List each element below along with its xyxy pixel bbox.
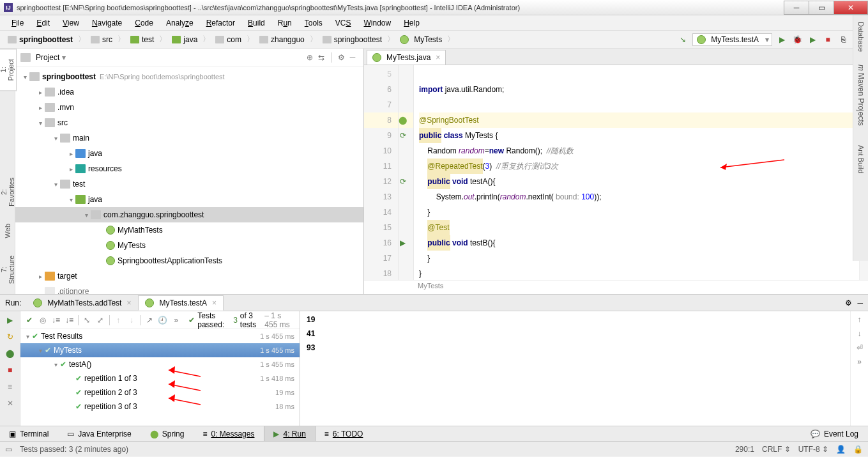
caret-position[interactable]: 290:1 (735, 445, 754, 454)
close-icon[interactable]: × (212, 298, 217, 307)
test-row-testa[interactable]: ▾✔testA()1 s 455 ms (20, 357, 300, 371)
hide-icon[interactable]: ─ (857, 298, 863, 307)
editor-body[interactable]: 5 67 8 9101112131415161718 ⬤ ⟳ ⟳ ▶ impor… (364, 65, 868, 280)
tree-resources[interactable]: ▸resources (15, 161, 363, 176)
up-icon[interactable]: ↑ (858, 315, 862, 324)
close-icon[interactable]: ✕ (4, 397, 17, 410)
tree-main[interactable]: ▾main (15, 130, 363, 146)
tree-src[interactable]: ▾src (15, 115, 363, 130)
close-icon[interactable]: × (436, 53, 440, 62)
hide-icon[interactable]: ─ (347, 52, 358, 63)
seg-todo[interactable]: ≡6: TODO (316, 426, 373, 441)
menu-run[interactable]: Run (273, 17, 297, 29)
test-row-rep3[interactable]: ✔repetition 3 of 318 ms (20, 399, 300, 414)
sort-icon[interactable]: ↓≡ (51, 314, 61, 327)
inspect-icon[interactable]: 👤 (836, 445, 846, 454)
window-toggle-icon[interactable]: ▭ (5, 445, 12, 454)
menu-view[interactable]: View (57, 17, 84, 29)
tab-favorites[interactable]: 2: Favorites (0, 167, 17, 217)
minimize-button[interactable]: ─ (784, 1, 809, 15)
lock-icon[interactable]: 🔒 (853, 445, 863, 454)
menu-vcs[interactable]: VCS (330, 17, 356, 29)
down-icon[interactable]: ↓ (858, 329, 862, 338)
tree-root[interactable]: ▾springboottestE:\NF\Spring boot\demos\s… (15, 69, 363, 84)
rerun-failed-icon[interactable]: ↻ (4, 330, 17, 343)
tree-idea[interactable]: ▸.idea (15, 84, 363, 100)
seg-terminal[interactable]: ▣Terminal (0, 426, 58, 441)
tab-web[interactable]: Web (2, 217, 13, 245)
close-button[interactable]: ✕ (834, 1, 868, 15)
run-gutter-icon[interactable]: ▶ (400, 238, 406, 247)
seg-eventlog[interactable]: 💬Event Log (802, 426, 868, 441)
tree-java-test[interactable]: ▾java (15, 192, 363, 207)
menu-edit[interactable]: Edit (31, 17, 55, 29)
circle-icon[interactable]: ◎ (38, 314, 47, 327)
tree-java-main[interactable]: ▸java (15, 146, 363, 161)
editor-tab-mytests[interactable]: MyTests.java × (367, 50, 446, 65)
menu-refactor[interactable]: Refactor (201, 17, 240, 29)
up-icon[interactable]: ↑ (114, 314, 123, 327)
crumb-com[interactable]: com (211, 34, 245, 45)
menu-tools[interactable]: Tools (300, 17, 328, 29)
tab-structure[interactable]: 7: Structure (0, 245, 17, 294)
tab-ant[interactable]: Ant Build (856, 139, 866, 180)
run-tab-mytests[interactable]: MyTests.testA× (138, 295, 224, 311)
tab-maven[interactable]: m Maven Projects (855, 58, 867, 132)
seg-messages[interactable]: ≡0: Messages (194, 426, 264, 441)
run-tab-mymath[interactable]: MyMathTests.addTest× (26, 295, 138, 311)
gutter-icons[interactable]: ⬤ ⟳ ⟳ ▶ (399, 65, 414, 280)
run-gutter-icon[interactable]: ⟳ (400, 177, 406, 186)
expand-icon[interactable]: ⤡ (82, 314, 92, 327)
tree-class-sbapptests[interactable]: SpringboottestApplicationTests (15, 253, 363, 268)
seg-jee[interactable]: ▭Java Enterprise (58, 426, 141, 441)
crumb-project[interactable]: springboottest (4, 34, 77, 45)
crumb-test[interactable]: test (126, 34, 158, 45)
menu-navigate[interactable]: Navigate (87, 17, 127, 29)
editor-breadcrumb[interactable]: MyTests (364, 280, 868, 294)
stop-icon[interactable]: ■ (4, 364, 17, 376)
coverage-icon[interactable]: ▶ (807, 34, 818, 45)
crumb-java[interactable]: java (168, 34, 201, 45)
gear-icon[interactable]: ⚙ (335, 52, 347, 63)
line-ending[interactable]: CRLF ⇕ (762, 445, 791, 454)
crumb-src[interactable]: src (87, 34, 116, 45)
tab-database[interactable]: Database (856, 15, 866, 58)
more-icon[interactable]: » (171, 314, 181, 327)
history-icon[interactable]: 🕘 (158, 314, 167, 327)
menu-code[interactable]: Code (130, 17, 158, 29)
test-row-rep1[interactable]: ✔repetition 1 of 31 s 418 ms (20, 371, 300, 385)
wrap-icon[interactable]: ⏎ (857, 343, 863, 352)
menu-build[interactable]: Build (243, 17, 270, 29)
menu-file[interactable]: File (6, 17, 29, 29)
test-row-rep2[interactable]: ✔repetition 2 of 319 ms (20, 385, 300, 399)
collapse-icon[interactable]: ⊕ (304, 52, 316, 63)
project-tree[interactable]: ▾springboottestE:\NF\Spring boot\demos\s… (15, 66, 363, 294)
tree-pkg[interactable]: ▾com.zhangguo.springboottest (15, 207, 363, 222)
crumb-zhangguo[interactable]: zhangguo (255, 34, 308, 45)
vcs-icon[interactable]: ⎘ (837, 34, 849, 45)
tree-test[interactable]: ▾test (15, 176, 363, 192)
more-icon[interactable]: » (857, 357, 862, 366)
crumb-class[interactable]: MyTests (396, 34, 446, 45)
gear-icon[interactable]: ⚙ (845, 298, 852, 307)
close-icon[interactable]: × (126, 298, 131, 307)
tab-project[interactable]: 1: Project (0, 49, 17, 91)
test-row-root[interactable]: ▾✔Test Results1 s 455 ms (20, 329, 300, 343)
menu-analyze[interactable]: Analyze (161, 17, 199, 29)
export-icon[interactable]: ↗ (144, 314, 154, 327)
console-output[interactable]: 19 41 93 (300, 311, 850, 426)
scroll-icon[interactable]: ⇆ (316, 52, 327, 63)
stop-icon[interactable]: ■ (822, 34, 834, 45)
encoding[interactable]: UTF-8 ⇕ (798, 445, 828, 454)
run-gutter-icon[interactable]: ⟳ (400, 131, 406, 140)
crumb-pkg[interactable]: springboottest (319, 34, 386, 45)
toggle-icon[interactable]: ⬤ (4, 347, 17, 360)
menu-window[interactable]: Window (358, 17, 396, 29)
test-row-mytests[interactable]: ▾✔MyTests1 s 455 ms (20, 343, 300, 357)
build-icon[interactable]: ↘ (677, 34, 689, 45)
run-config-combo[interactable]: MyTests.testA (692, 33, 772, 46)
tree-target[interactable]: ▸target (15, 268, 363, 284)
tree-class-mymath[interactable]: MyMathTests (15, 222, 363, 238)
tree-mvn[interactable]: ▸.mvn (15, 100, 363, 115)
tree-gitignore[interactable]: .gitignore (15, 284, 363, 294)
